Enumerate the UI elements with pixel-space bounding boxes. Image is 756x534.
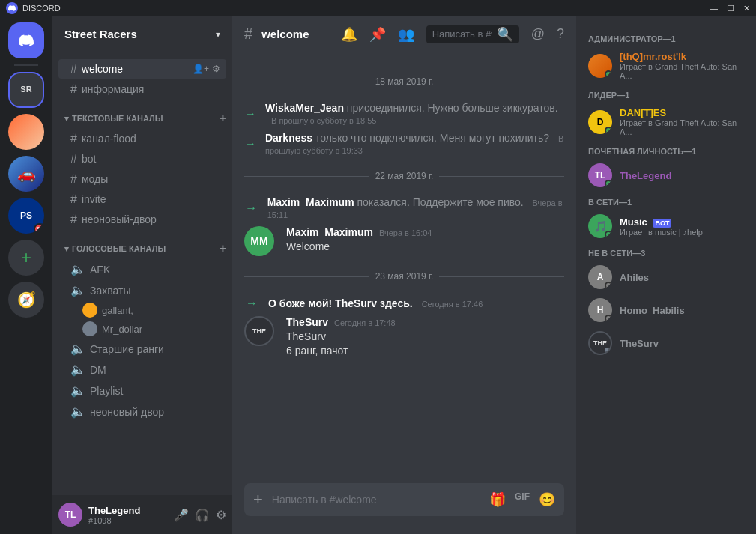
member-group-honorary: ПОЧЕТНАЯ ЛИЧНОСТЬ—1	[582, 141, 750, 159]
member-name-dantes: DAN[T]ES	[620, 107, 744, 118]
channel-item-bot[interactable]: # bot	[58, 149, 226, 169]
text-channels-category[interactable]: ▾ ТЕКСТОВЫЕ КАНАЛЫ +	[52, 100, 232, 128]
add-channel-button[interactable]: +	[220, 112, 226, 125]
at-icon[interactable]: @	[531, 26, 545, 42]
voice-channels-category[interactable]: ▾ ГОЛОСОВЫЕ КАНАЛЫ +	[52, 230, 232, 258]
system-message-body: только что подключился. Меня могут похил…	[315, 132, 549, 144]
chat-input[interactable]	[272, 494, 480, 506]
settings-icon[interactable]: ⚙	[212, 64, 220, 74]
member-item-thq[interactable]: [thQ]mr.rost'lk Играет в Grand Theft Aut…	[582, 46, 750, 85]
message-avatar-thesurv[interactable]: THE	[244, 316, 274, 346]
date-label: 22 мая 2019 г.	[375, 171, 434, 181]
system-author[interactable]: Darkness	[265, 132, 312, 144]
member-item-homo-habilis[interactable]: H Homo_Habilis	[582, 294, 750, 327]
member-item-dantes[interactable]: D DAN[T]ES Играет в Grand Theft Auto: Sa…	[582, 103, 750, 141]
system-message-darkness: → Darkness только что подключился. Меня …	[232, 129, 576, 159]
bell-icon[interactable]: 🔔	[341, 26, 357, 43]
add-server-button[interactable]: +	[8, 240, 44, 276]
user-info: TheLegend #1098	[88, 505, 168, 525]
join-arrow-icon: →	[244, 137, 256, 151]
message-author[interactable]: Maxim_Maximum	[286, 226, 373, 238]
system-author[interactable]: WiskaMer_Jean	[265, 102, 344, 114]
voice-channel-senior[interactable]: 🔈 Старшие ранги	[58, 339, 226, 359]
chat-icons: 🎁 GIF 😊	[489, 491, 555, 508]
add-member-icon[interactable]: 👤+	[193, 64, 209, 74]
hash-icon: #	[70, 152, 77, 166]
window-controls[interactable]: — ☐ ✕	[710, 4, 750, 13]
header-channel-name: welcome	[261, 28, 309, 40]
system-message-maxim: → Maxim_Maximum показался. Поддержите мо…	[232, 193, 576, 223]
divider-line	[244, 276, 369, 277]
channel-item-welcome[interactable]: # welcome 👤+ ⚙	[58, 59, 226, 79]
voice-channel-dm[interactable]: 🔈 DM	[58, 359, 226, 380]
search-input[interactable]	[432, 28, 492, 40]
notification-badge: 32	[34, 223, 44, 234]
home-server-icon[interactable]	[8, 22, 44, 58]
compass-icon: 🧭	[17, 291, 36, 309]
discover-server-button[interactable]: 🧭	[8, 282, 44, 318]
maximize-button[interactable]: ☐	[727, 4, 734, 13]
gift-icon[interactable]: 🎁	[489, 491, 506, 508]
pin-icon[interactable]: 📌	[369, 26, 386, 43]
server-icon-3[interactable]: 🚗	[8, 156, 44, 192]
voice-channel-captures[interactable]: 🔈 Захваты	[58, 280, 226, 300]
minimize-button[interactable]: —	[710, 4, 718, 13]
member-info-thesurv-offline: TheSurv	[620, 338, 744, 349]
channel-name: моды	[82, 173, 220, 185]
channel-list: # welcome 👤+ ⚙ # информация ▾ ТЕКСТОВЫЕ …	[52, 52, 232, 495]
channel-item-info[interactable]: # информация	[58, 79, 226, 99]
channel-item-flood[interactable]: # канал-flood	[58, 129, 226, 148]
emoji-icon[interactable]: 😊	[539, 491, 555, 508]
system-message-wiskamer: → WiskaMer_Jean присоединился. Нужно бол…	[232, 99, 576, 129]
member-item-music[interactable]: 🎵 Music BOT Играет в music | ♪help	[582, 210, 750, 243]
channel-item-mods[interactable]: # моды	[58, 169, 226, 189]
offline-status-dot	[603, 346, 611, 354]
offline-status-dot	[605, 282, 612, 289]
voice-channel-playlist[interactable]: 🔈 Playlist	[58, 380, 226, 401]
user-name: TheLegend	[88, 505, 168, 516]
mic-button[interactable]: 🎤	[174, 508, 189, 522]
street-racers-server-icon[interactable]: SR	[8, 72, 44, 108]
gif-button[interactable]: GIF	[515, 491, 530, 508]
join-arrow-icon: →	[244, 297, 259, 310]
members-icon[interactable]: 👥	[398, 26, 414, 43]
server-icon-ps[interactable]: PS 32	[8, 198, 44, 234]
voice-channel-newyard2[interactable]: 🔈 неоновый двор	[58, 401, 226, 422]
system-author[interactable]: О боже мой! TheSurv здесь.	[268, 297, 413, 309]
voice-member-mrdollar[interactable]: Mr_dollar	[58, 320, 226, 338]
channel-item-newyard[interactable]: # неоновый-двор	[58, 210, 226, 229]
channel-name: информация	[82, 83, 220, 95]
system-author[interactable]: Maxim_Maximum	[267, 196, 354, 208]
header-actions: 🔔 📌 👥 🔍 @ ?	[341, 25, 564, 43]
close-button[interactable]: ✕	[743, 4, 750, 13]
member-item-thesurv-offline[interactable]: THE TheSurv	[582, 327, 750, 359]
online-status-dot	[605, 127, 612, 134]
channel-name: канал-flood	[82, 133, 220, 145]
user-panel-actions: 🎤 🎧 ⚙	[174, 508, 226, 522]
server-header[interactable]: Street Racers ▾	[52, 16, 232, 52]
voice-channel-name: Playlist	[90, 385, 123, 397]
message-author-thesurv[interactable]: TheSurv	[286, 316, 328, 328]
member-name-ahiles: Ahiles	[620, 272, 744, 283]
member-name-thq: [thQ]mr.rost'lk	[620, 51, 744, 62]
help-icon[interactable]: ?	[557, 26, 564, 42]
channel-name: неоновый-двор	[82, 213, 220, 225]
add-attachment-button[interactable]: +	[253, 490, 263, 509]
add-voice-channel-button[interactable]: +	[220, 242, 226, 255]
user-settings-button[interactable]: ⚙	[216, 508, 226, 522]
system-message-text: WiskaMer_Jean присоединился. Нужно больш…	[265, 102, 564, 126]
voice-channel-afk[interactable]: 🔈 AFK	[58, 259, 226, 279]
member-avatar-mrdollar	[82, 321, 97, 336]
search-bar[interactable]: 🔍	[426, 25, 519, 43]
divider-line	[439, 276, 564, 277]
channel-item-invite[interactable]: # invite	[58, 189, 226, 209]
message-avatar[interactable]: MM	[244, 226, 274, 256]
hash-icon: #	[70, 213, 77, 226]
member-status-thq: Играет в Grand Theft Auto: San A...	[620, 62, 744, 80]
voice-member-gallant[interactable]: gallant,	[58, 301, 226, 319]
member-item-thelegend[interactable]: TL TheLegend	[582, 159, 750, 192]
member-item-ahiles[interactable]: A Ahiles	[582, 261, 750, 294]
message-text: Welcome	[286, 240, 564, 254]
headphones-button[interactable]: 🎧	[195, 508, 210, 522]
server-icon-2[interactable]	[8, 114, 44, 150]
